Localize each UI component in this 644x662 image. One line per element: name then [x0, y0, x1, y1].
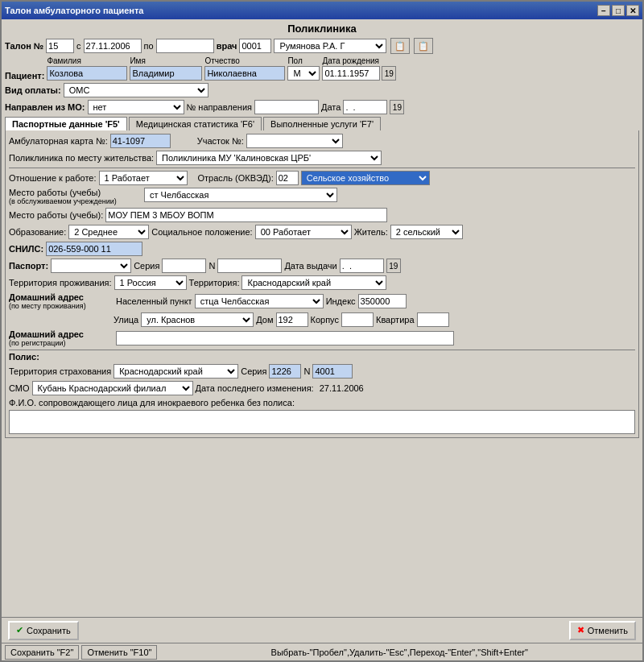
polis-title: Полис: — [9, 352, 39, 362]
napravlen-data-field[interactable] — [343, 100, 387, 114]
vid-oplaty-row: Вид оплаты: ОМС — [5, 83, 639, 97]
territoriya-ter-select[interactable]: Краснодарский край — [242, 275, 386, 290]
territoriya-ter-label: Территория: — [189, 278, 240, 288]
pasport-data-field[interactable] — [340, 259, 384, 273]
pasport-label: Паспорт: — [9, 261, 48, 271]
bottom-bar: ✔ Сохранить ✖ Отменить — [2, 617, 642, 643]
dom-field[interactable] — [276, 312, 308, 327]
korpus-field[interactable] — [341, 312, 374, 327]
np-select[interactable]: стца Челбасская — [195, 294, 324, 308]
polis-n-field[interactable] — [312, 364, 353, 379]
otnoshenie-row: Отношение к работе: 1 Работает Отрасль (… — [9, 171, 635, 185]
napravlen-calendar-button[interactable]: 19 — [390, 100, 404, 114]
talon-vrach-select[interactable]: Румянова Р.А. Г — [274, 39, 386, 53]
cancel-label: Отменить — [588, 626, 628, 635]
polis-section: Полис: Территория страхования Краснодарс… — [9, 350, 635, 395]
snils-field[interactable] — [46, 242, 142, 256]
vid-oplaty-select[interactable]: ОМС — [64, 83, 208, 97]
tab-passport[interactable]: Паспортные данные 'F5' — [5, 117, 127, 130]
dob-field[interactable] — [322, 66, 380, 81]
talon-date-c-field[interactable] — [84, 39, 142, 53]
talon-date-po-field[interactable] — [156, 39, 214, 53]
talon-vrach-label: врач — [217, 41, 237, 51]
uchastok-label: Участок №: — [197, 136, 244, 146]
talon-label: Талон № — [5, 41, 43, 51]
zhitel-select[interactable]: 2 сельский — [390, 225, 463, 239]
napravlen-num-field[interactable] — [254, 100, 319, 114]
dom-adres2-sublabel: (по регистрации) — [9, 339, 114, 347]
social-select[interactable]: 00 Работает — [255, 225, 352, 239]
territoriya-select[interactable]: 1 Россия — [114, 275, 187, 290]
pol-select[interactable]: М Ж — [287, 66, 320, 81]
polyclinic-label: Поликлиника по месту жительства: — [9, 153, 154, 163]
window-title: Талон амбулаторного пациента — [5, 6, 597, 15]
dob-label: Дата рождения — [322, 56, 396, 65]
otnoshenie-select[interactable]: 1 Работает — [99, 171, 188, 185]
otchestvo-field[interactable] — [204, 66, 285, 81]
save-button[interactable]: ✔ Сохранить — [8, 621, 79, 640]
footer-cancel-button[interactable]: Отменить "F10" — [81, 645, 157, 660]
copy-button-1[interactable]: 📋 — [390, 38, 410, 54]
talon-c-label: с — [76, 41, 81, 51]
kv-field[interactable] — [417, 312, 449, 327]
obrazovanie-row: Образование: 2 Среднее Социальное положе… — [9, 225, 635, 239]
zhitel-label: Житель: — [354, 227, 388, 237]
dob-calendar-button[interactable]: 19 — [382, 66, 396, 81]
pasport-select[interactable] — [51, 259, 131, 273]
pol-label: Пол — [287, 56, 320, 65]
footer-save-button[interactable]: Сохранить "F2" — [5, 645, 79, 660]
minimize-button[interactable]: − — [597, 5, 610, 16]
familia-field[interactable] — [47, 66, 127, 81]
index-field[interactable] — [358, 294, 407, 308]
napravlen-data-label: Дата — [321, 102, 341, 112]
dom-label: Дом — [256, 315, 273, 325]
otrasl-select[interactable]: Сельское хозяйство — [301, 171, 430, 185]
polis-date-label: Дата последнего изменения: — [196, 383, 314, 393]
mesto-ucheby-label: Место работы (учебы): — [9, 210, 103, 220]
maximize-button[interactable]: □ — [612, 5, 625, 16]
dom-adres2-label: Домашний адрес — [9, 329, 114, 339]
napravlen-label: Направлен из МО: — [5, 102, 85, 112]
save-icon: ✔ — [16, 625, 23, 635]
mesto-raboty-label: Место работы (учебы) — [9, 188, 142, 197]
smo-select[interactable]: Кубань Краснодарский филиал — [32, 381, 193, 395]
pasport-calendar-button[interactable]: 19 — [386, 259, 401, 273]
smo-label: СМО — [9, 383, 30, 393]
mesto-raboty-row: Место работы (учебы) (в обслуживаемом уч… — [9, 188, 635, 205]
pasport-n-label: N — [208, 261, 215, 271]
napravlen-select[interactable]: нет — [88, 100, 184, 114]
copy-button-2[interactable]: 📋 — [414, 38, 433, 54]
obrazovanie-select[interactable]: 2 Среднее — [68, 225, 149, 239]
polis-seria-field[interactable] — [269, 364, 301, 379]
tab-stat[interactable]: Медицинская статистика 'F6' — [129, 117, 262, 130]
otrasl-code-field[interactable] — [276, 171, 299, 185]
napravlen-num-label: № направления — [187, 102, 253, 112]
tab-services[interactable]: Выполненные услуги 'F7' — [263, 117, 381, 130]
pasport-row: Паспорт: Серия N Дата выдачи 19 — [9, 259, 635, 273]
fio-soprovod-label: Ф.И.О. сопровождающего лица для инокраев… — [9, 398, 295, 408]
index-label: Индекс — [326, 296, 356, 306]
familia-label: Фамилия — [47, 56, 127, 65]
polis-n-label: N — [303, 366, 310, 376]
cancel-button[interactable]: ✖ Отменить — [569, 621, 636, 640]
amb-card-row: Амбулаторная карта №: Участок №: — [9, 134, 635, 148]
dom-adres2-field[interactable] — [116, 331, 454, 345]
dom-adres2-row: Домашний адрес (по регистрации) — [9, 329, 635, 347]
talon-vrach-code-field[interactable] — [239, 39, 271, 53]
imia-field[interactable] — [130, 66, 202, 81]
amb-card-label: Амбулаторная карта №: — [9, 136, 108, 146]
talon-num-field[interactable] — [46, 39, 74, 53]
polis-ter-select[interactable]: Краснодарский край — [114, 364, 238, 379]
pasport-n-field[interactable] — [217, 259, 282, 273]
close-button[interactable]: ✕ — [626, 5, 639, 16]
polyclinic-select[interactable]: Поликлиника МУ 'Калиновская ЦРБ' — [156, 151, 382, 165]
amb-card-field[interactable] — [110, 134, 171, 148]
mesto-ucheby-row: Место работы (учебы): — [9, 208, 635, 222]
talon-po-label: по — [144, 41, 154, 51]
uchastok-select[interactable] — [246, 134, 343, 148]
mesto-ucheby-field[interactable] — [105, 208, 387, 222]
pasport-seria-field[interactable] — [162, 259, 206, 273]
mesto-raboty-select[interactable]: ст Челбасская — [144, 188, 337, 202]
ulica-select[interactable]: ул. Краснов — [141, 312, 254, 327]
fio-soprovod-field[interactable] — [9, 410, 635, 434]
